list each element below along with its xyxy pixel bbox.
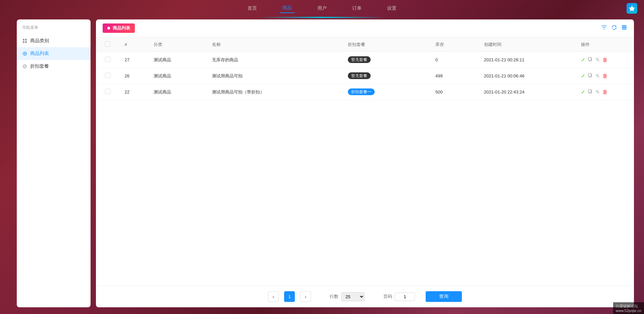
nav-home[interactable]: 首页 xyxy=(245,4,260,13)
sidebar-item-discount[interactable]: 折扣套餐 xyxy=(17,60,91,73)
row-checkbox-26[interactable] xyxy=(105,73,110,78)
row-name: 无库存的商品 xyxy=(207,52,342,68)
page-number-control: 页码 xyxy=(383,293,415,301)
th-created-time: 创建时间 xyxy=(479,37,576,52)
rows-select[interactable]: 25 50 100 xyxy=(341,292,365,301)
svg-rect-0 xyxy=(23,39,24,41)
svg-rect-3 xyxy=(25,41,27,43)
main-container: 导航菜单 商品类别 商品列表 xyxy=(17,19,634,307)
row-checkbox-cell xyxy=(96,84,119,100)
row-discount: 暂无套餐 xyxy=(342,52,430,68)
svg-rect-10 xyxy=(622,29,627,29)
action-copy-icon[interactable] xyxy=(588,57,593,63)
svg-rect-14 xyxy=(588,73,591,76)
row-id: 22 xyxy=(119,84,148,100)
nav-settings[interactable]: 设置 xyxy=(384,4,399,13)
top-navigation: 首页 商品 用户 订单 设置 xyxy=(0,0,644,17)
filter-icon[interactable] xyxy=(601,24,607,32)
list-icon xyxy=(22,51,28,56)
select-all-checkbox[interactable] xyxy=(105,41,110,47)
table-row: 22 测试商品 测试用商品可拍（带折扣） 折扣套餐一 500 2021-01-2… xyxy=(96,84,634,100)
table-container: # 分类 名称 折扣套餐 库存 创建时间 操作 27 测试商品 无库存的商品 xyxy=(96,37,634,286)
watermark: 白爱破解论坛 www.52pojie.cn xyxy=(613,302,644,314)
svg-rect-8 xyxy=(622,25,627,26)
action-delete-icon[interactable]: 🗑 xyxy=(602,73,608,79)
sidebar-category-label: 商品类别 xyxy=(30,38,49,44)
query-button[interactable]: 查询 xyxy=(426,291,462,302)
sidebar-item-product-list[interactable]: 商品列表 xyxy=(17,47,91,60)
panel-actions xyxy=(601,24,627,32)
svg-rect-16 xyxy=(588,89,591,92)
action-delete-icon[interactable]: 🗑 xyxy=(602,89,608,95)
grid-icon xyxy=(22,38,28,44)
page-input[interactable] xyxy=(395,293,415,301)
row-actions: ✓ ✎ 🗑 xyxy=(576,84,634,100)
watermark-line2: www.52pojie.cn xyxy=(616,309,641,313)
row-checkbox-cell xyxy=(96,68,119,84)
row-checkbox-22[interactable] xyxy=(105,89,110,94)
next-page-button[interactable]: › xyxy=(300,291,311,302)
row-actions: ✓ ✎ 🗑 xyxy=(576,52,634,68)
table-header-row: # 分类 名称 折扣套餐 库存 创建时间 操作 xyxy=(96,37,634,52)
row-category: 测试商品 xyxy=(148,84,207,100)
action-copy-icon[interactable] xyxy=(588,89,593,95)
row-checkbox-27[interactable] xyxy=(105,57,110,62)
sidebar-item-category[interactable]: 商品类别 xyxy=(17,35,91,47)
row-checkbox-cell xyxy=(96,52,119,68)
row-category: 测试商品 xyxy=(148,68,207,84)
prev-page-button[interactable]: ‹ xyxy=(268,291,279,302)
sidebar-product-list-label: 商品列表 xyxy=(30,51,49,57)
action-edit-icon[interactable]: ✎ xyxy=(595,89,600,95)
row-created-at: 2021-01-21 00:28:11 xyxy=(479,52,576,68)
nav-products[interactable]: 商品 xyxy=(280,4,294,13)
pagination-bar: ‹ 1 › 行数 25 50 100 页码 查询 xyxy=(96,286,634,307)
row-id: 27 xyxy=(119,52,148,68)
table-row: 27 测试商品 无库存的商品 暂无套餐 0 2021-01-21 00:28:1… xyxy=(96,52,634,68)
svg-line-7 xyxy=(24,65,26,67)
svg-rect-2 xyxy=(23,41,24,43)
action-enable-icon[interactable]: ✓ xyxy=(581,57,585,63)
th-discount: 折扣套餐 xyxy=(342,37,430,52)
row-created-at: 2021-01-21 00:06:46 xyxy=(479,68,576,84)
th-action: 操作 xyxy=(576,37,634,52)
panel-header: 商品列表 xyxy=(96,19,634,37)
action-enable-icon[interactable]: ✓ xyxy=(581,73,585,79)
nav-orders[interactable]: 订单 xyxy=(350,4,364,13)
sidebar-discount-label: 折扣套餐 xyxy=(30,63,49,69)
row-name: 测试用商品可拍（带折扣） xyxy=(207,84,342,100)
action-edit-icon[interactable]: ✎ xyxy=(595,57,600,63)
panel-title: 商品列表 xyxy=(113,25,130,31)
th-category: 分类 xyxy=(148,37,207,52)
refresh-icon[interactable] xyxy=(611,24,617,32)
row-actions: ✓ ✎ 🗑 xyxy=(576,68,634,84)
nav-users[interactable]: 用户 xyxy=(315,4,329,13)
rows-label: 行数 xyxy=(330,294,338,300)
th-name: 名称 xyxy=(207,37,342,52)
row-discount: 折扣套餐一 xyxy=(342,84,430,100)
title-dot xyxy=(107,27,110,29)
action-edit-icon[interactable]: ✎ xyxy=(595,73,600,79)
page-1-button[interactable]: 1 xyxy=(284,291,295,302)
action-enable-icon[interactable]: ✓ xyxy=(581,89,585,95)
row-category: 测试商品 xyxy=(148,52,207,68)
panel-title-tag: 商品列表 xyxy=(103,23,135,33)
page-label: 页码 xyxy=(383,294,392,300)
th-id: # xyxy=(119,37,148,52)
svg-rect-12 xyxy=(588,57,591,60)
row-stock: 500 xyxy=(430,84,479,100)
action-copy-icon[interactable] xyxy=(588,73,593,79)
discount-badge: 暂无套餐 xyxy=(348,56,371,63)
discount-badge: 暂无套餐 xyxy=(348,72,371,79)
action-delete-icon[interactable]: 🗑 xyxy=(602,57,608,63)
products-table: # 分类 名称 折扣套餐 库存 创建时间 操作 27 测试商品 无库存的商品 xyxy=(96,37,634,100)
svg-point-5 xyxy=(24,53,25,54)
content-panel: 商品列表 xyxy=(96,19,634,307)
rows-per-page-control: 行数 25 50 100 xyxy=(330,292,365,301)
th-checkbox xyxy=(96,37,119,52)
logo-icon xyxy=(627,3,637,14)
table-row: 26 测试商品 测试用商品可拍 暂无套餐 499 2021-01-21 00:0… xyxy=(96,68,634,84)
row-id: 26 xyxy=(119,68,148,84)
columns-icon[interactable] xyxy=(621,24,627,32)
row-stock: 0 xyxy=(430,52,479,68)
sidebar-title: 导航菜单 xyxy=(17,25,91,35)
